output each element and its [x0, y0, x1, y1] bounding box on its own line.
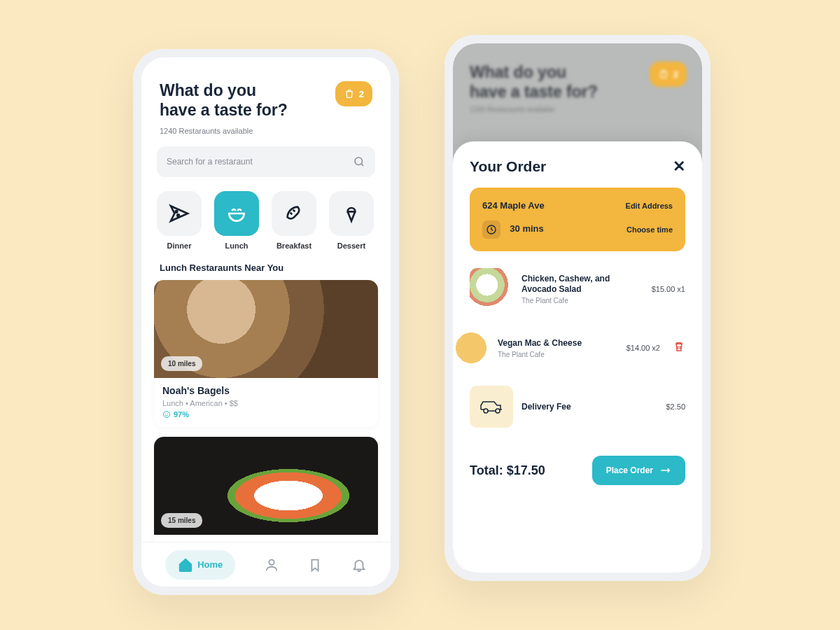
order-item-name: Chicken, Cashew, and Avocado Salad: [522, 274, 643, 295]
order-item-price: $15.00 x1: [652, 285, 685, 293]
icecream-icon: [340, 202, 363, 225]
section-title: Lunch Restaraunts Near You: [160, 262, 372, 273]
order-item-image: [453, 327, 489, 369]
search-placeholder: Search for a restaraunt: [167, 157, 253, 167]
category-lunch[interactable]: Lunch: [214, 191, 259, 250]
bg-subtitle: 1240 Restaraunts available: [470, 106, 685, 113]
svg-point-6: [269, 559, 274, 564]
delivery-fee-price: $2.50: [666, 402, 685, 411]
restaurant-image: 15 miles: [154, 437, 378, 535]
svg-point-9: [496, 409, 500, 413]
restaurants-available: 1240 Restaraunts available: [160, 127, 372, 135]
category-label: Dessert: [337, 241, 365, 250]
bowl-icon: [225, 202, 248, 225]
nav-home[interactable]: Home: [165, 550, 235, 580]
car-icon: [479, 399, 504, 414]
smile-icon: [162, 410, 171, 419]
home-screen: What do you have a taste for? 2 1240 Res…: [133, 49, 399, 595]
search-input[interactable]: Search for a restaraunt: [157, 146, 375, 177]
home-icon: [178, 557, 193, 573]
delivery-time: 30 mins: [510, 223, 543, 234]
svg-point-4: [165, 414, 166, 414]
delivery-fee-label: Delivery Fee: [522, 402, 657, 412]
svg-point-0: [355, 158, 363, 165]
remove-item-button[interactable]: [673, 340, 685, 356]
bookmark-icon[interactable]: [307, 557, 323, 573]
category-label: Breakfast: [276, 241, 312, 250]
cart-count: 2: [359, 89, 364, 99]
place-order-button[interactable]: Place Order: [592, 456, 685, 485]
category-breakfast[interactable]: Breakfast: [272, 191, 316, 250]
sheet-title: Your Order: [470, 158, 546, 175]
bag-icon: [344, 88, 355, 99]
svg-point-3: [164, 412, 170, 418]
bag-icon: [658, 69, 669, 80]
bell-icon[interactable]: [351, 557, 367, 573]
order-item-name: Vegan Mac & Cheese: [498, 338, 618, 349]
address-line: 624 Maple Ave: [482, 200, 545, 211]
svg-point-8: [484, 409, 488, 413]
category-dessert[interactable]: Dessert: [329, 191, 374, 250]
delivery-icon-box: [470, 386, 513, 428]
address-card: 624 Maple Ave Edit Address 30 mins Choos…: [470, 188, 685, 251]
choose-time-button[interactable]: Choose time: [626, 225, 673, 234]
order-item[interactable]: Vegan Mac & Cheese The Plant Cafe $14.00…: [470, 318, 685, 377]
order-screen: What do you have a taste for? 1240 Resta…: [444, 35, 710, 581]
search-icon: [353, 155, 365, 168]
restaurant-image: 10 miles: [154, 280, 378, 378]
svg-point-2: [177, 215, 179, 217]
category-dinner[interactable]: Dinner: [157, 191, 202, 250]
bg-title: What do you have a taste for?: [470, 63, 617, 102]
svg-point-5: [167, 414, 168, 414]
user-icon[interactable]: [264, 557, 279, 573]
order-item: Delivery Fee $2.50: [470, 377, 685, 436]
arrow-right-icon: [660, 466, 671, 475]
cart-button[interactable]: 2: [335, 81, 372, 106]
pizza-icon: [168, 202, 190, 225]
page-title: What do you have a taste for?: [160, 81, 288, 120]
order-sheet: Your Order ✕ 624 Maple Ave Edit Address …: [453, 141, 702, 573]
order-item-sub: The Plant Cafe: [498, 351, 618, 358]
edit-address-button[interactable]: Edit Address: [626, 202, 673, 210]
restaurant-score: 97%: [162, 410, 370, 419]
bottom-nav: Home: [141, 542, 391, 587]
close-button[interactable]: ✕: [673, 159, 685, 174]
clock-icon: [482, 220, 500, 239]
restaurant-card[interactable]: 10 miles Noah's Bagels Lunch • American …: [154, 280, 378, 427]
nav-home-label: Home: [197, 559, 223, 570]
distance-badge: 15 miles: [161, 513, 202, 528]
order-item-image: [470, 268, 513, 310]
category-label: Lunch: [225, 241, 248, 250]
croissant-icon: [283, 202, 305, 225]
order-item-sub: The Plant Cafe: [522, 297, 643, 304]
bg-cart-button: 2: [650, 62, 687, 87]
category-row: Dinner Lunch Breakfast Dessert: [141, 177, 391, 250]
order-item[interactable]: Chicken, Cashew, and Avocado Salad The P…: [470, 260, 685, 318]
svg-point-1: [176, 211, 178, 213]
distance-badge: 10 miles: [161, 356, 202, 371]
trash-icon: [673, 340, 685, 353]
category-label: Dinner: [167, 241, 192, 250]
restaurant-meta: Lunch • American • $$: [162, 399, 370, 407]
restaurant-name: Noah's Bagels: [162, 385, 370, 396]
order-item-price: $14.00 x2: [626, 344, 660, 352]
order-total: Total: $17.50: [470, 463, 545, 478]
place-order-label: Place Order: [606, 465, 653, 475]
